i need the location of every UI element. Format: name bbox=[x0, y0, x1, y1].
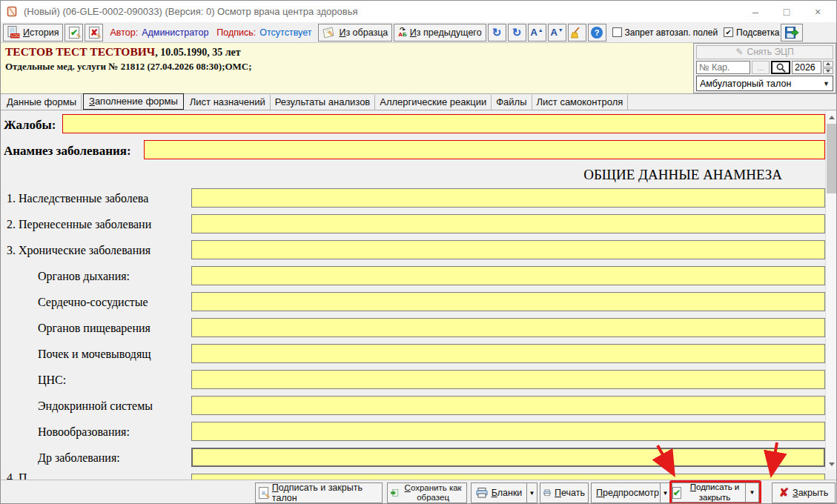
sign-and-close-label: Подписать и закрыть bbox=[684, 483, 745, 502]
blanks-dropdown-button[interactable]: ▼ bbox=[526, 483, 537, 503]
field-label-chronic: 3. Хронические заболевания bbox=[7, 244, 191, 257]
field-label-endocrine: Эндокринной системы bbox=[38, 399, 191, 413]
sign-and-close-button[interactable]: ✔ Подписать и закрыть bbox=[672, 483, 746, 503]
field-anamnesis[interactable] bbox=[144, 140, 825, 159]
field-label-cardiovascular: Сердечно-сосудистые bbox=[38, 296, 191, 309]
field-label-item4: 4. П bbox=[7, 471, 191, 480]
card-search-button[interactable] bbox=[771, 61, 790, 75]
year-spin-down[interactable] bbox=[823, 68, 833, 75]
highlight-option: ✔ Подсветка bbox=[724, 27, 779, 38]
tab-form-fill[interactable]: Заполнение формы bbox=[83, 93, 184, 110]
field-label-past-diseases: 2. Перенесенные заболевани bbox=[7, 218, 191, 231]
field-endocrine[interactable] bbox=[191, 396, 825, 415]
patient-service: Отдельные мед. услуги № 21812 (27.04.202… bbox=[5, 61, 252, 73]
field-item4[interactable] bbox=[191, 474, 825, 480]
font-increase-button[interactable]: A▲ bbox=[528, 24, 546, 42]
talon-type-select[interactable]: Амбулаторный талон ▼ bbox=[696, 76, 833, 91]
tab-bar: Данные формы Заполнение формы Лист назна… bbox=[1, 94, 836, 110]
notepad-pencil-icon: ✎ bbox=[322, 27, 336, 39]
save-as-template-button[interactable]: Сохранить как образец bbox=[387, 483, 467, 503]
remove-ecp-label: Снять ЭЦП bbox=[747, 47, 794, 57]
history-log-icon: LOG bbox=[7, 26, 20, 39]
printer-icon bbox=[543, 488, 551, 498]
save-button[interactable] bbox=[781, 24, 803, 42]
maximize-button[interactable]: □ bbox=[771, 1, 802, 22]
field-neoplasms[interactable] bbox=[191, 422, 825, 441]
svg-text:✎: ✎ bbox=[328, 30, 334, 38]
close-x-icon: ✘ bbox=[779, 487, 789, 499]
close-button[interactable]: × bbox=[802, 1, 833, 22]
preview-button[interactable]: Предпросмотр bbox=[591, 483, 661, 503]
save-template-icon bbox=[391, 487, 399, 499]
tab-prescriptions[interactable]: Лист назначений bbox=[185, 95, 271, 110]
minimize-button[interactable]: – bbox=[740, 1, 771, 22]
no-autofill-option: Запрет автозап. полей bbox=[612, 27, 718, 38]
history-label: История bbox=[23, 27, 59, 38]
remove-ecp-button[interactable]: ✎ Снять ЭЦП bbox=[696, 45, 833, 59]
field-past-diseases[interactable] bbox=[191, 214, 825, 233]
preview-label: Предпросмотр bbox=[596, 488, 659, 498]
field-respiratory[interactable] bbox=[191, 266, 825, 285]
highlight-label: Подсветка bbox=[736, 27, 779, 38]
field-label-other-diseases: Др заболевания: bbox=[38, 451, 191, 465]
year-input[interactable] bbox=[792, 61, 821, 75]
signature-label: Подпись: bbox=[216, 27, 256, 38]
tab-files[interactable]: Файлы bbox=[492, 95, 532, 110]
field-label-anamnesis: Анамнез заболевания: bbox=[4, 144, 131, 159]
sign-document-button[interactable]: ✔✎ bbox=[64, 24, 83, 42]
scroll-down-icon[interactable] bbox=[826, 458, 837, 470]
save-floppy-icon bbox=[785, 27, 799, 39]
field-cns[interactable] bbox=[191, 370, 825, 389]
no-autofill-checkbox[interactable] bbox=[612, 27, 622, 37]
year-spinner bbox=[823, 61, 833, 75]
save-as-template-label: Сохранить как образец bbox=[403, 483, 463, 503]
field-cardiovascular[interactable] bbox=[191, 292, 825, 311]
vertical-scrollbar[interactable] bbox=[825, 111, 837, 470]
field-hereditary[interactable] bbox=[191, 188, 825, 208]
author-value: Администратор bbox=[142, 27, 208, 38]
year-spin-up[interactable] bbox=[823, 61, 833, 67]
field-label-respiratory: Органов дыхания: bbox=[38, 270, 191, 283]
field-complaints[interactable] bbox=[62, 114, 825, 133]
clear-button[interactable] bbox=[568, 24, 586, 42]
unsign-document-button[interactable]: ✘✎ bbox=[85, 24, 103, 42]
search-icon bbox=[776, 63, 786, 73]
patient-info: ТЕСТОВ ТЕСТ ТЕСТОВИЧ, 10.05.1990, 35 лет… bbox=[5, 45, 252, 73]
tab-analysis-results[interactable]: Результаты анализов bbox=[271, 95, 376, 110]
sign-close-talon-button[interactable]: ≡✎ Подписать и закрыть талон bbox=[255, 483, 383, 503]
font-decrease-button[interactable]: A▼ bbox=[548, 24, 566, 42]
help-icon: ? bbox=[591, 27, 603, 39]
printer-icon bbox=[476, 488, 488, 498]
sign-and-close-dropdown-button[interactable]: ▼ bbox=[746, 483, 759, 503]
svg-text:LOG: LOG bbox=[11, 33, 19, 38]
tab-allergic-reactions[interactable]: Аллергические реакции bbox=[375, 95, 492, 110]
from-sample-button[interactable]: ✎ Из образца bbox=[318, 24, 392, 42]
tab-self-control[interactable]: Лист самоконтроля bbox=[532, 95, 629, 110]
broom-icon bbox=[571, 27, 583, 39]
help-button[interactable]: ? bbox=[588, 24, 606, 42]
blanks-button[interactable]: Бланки bbox=[471, 483, 527, 503]
ab-previous-icon: ↷ АБ bbox=[398, 27, 407, 38]
refresh-locked-button[interactable]: ↻ bbox=[508, 24, 526, 42]
chevron-down-icon: ▼ bbox=[823, 80, 830, 87]
scrollbar-thumb[interactable] bbox=[827, 124, 837, 193]
card-browse-button[interactable]: ... bbox=[752, 61, 770, 75]
history-button[interactable]: LOG История bbox=[3, 24, 63, 42]
window-title: (Новый) (06-GLE-0002-090033) (Версия: 0)… bbox=[24, 6, 357, 17]
tab-form-data[interactable]: Данные формы bbox=[2, 95, 82, 110]
doc-check-icon: ✔ bbox=[672, 487, 681, 499]
highlight-checkbox[interactable]: ✔ bbox=[724, 27, 733, 37]
card-number-input[interactable] bbox=[696, 61, 750, 75]
scroll-up-icon[interactable] bbox=[826, 111, 837, 123]
from-previous-button[interactable]: ↷ АБ Из предыдущего bbox=[394, 24, 486, 42]
close-form-button[interactable]: ✘ Закрыть bbox=[772, 483, 836, 503]
refresh-button[interactable]: ↻ bbox=[488, 24, 506, 42]
field-chronic[interactable] bbox=[191, 240, 825, 259]
field-kidneys[interactable] bbox=[191, 344, 825, 363]
talon-type-value: Амбулаторный талон bbox=[700, 79, 791, 89]
print-button[interactable]: Печать bbox=[540, 483, 589, 503]
patient-meta: , 10.05.1990, 35 лет bbox=[155, 47, 240, 58]
field-digestive[interactable] bbox=[191, 318, 825, 337]
refresh-icon: ↻ bbox=[492, 27, 502, 38]
field-other-diseases[interactable] bbox=[191, 448, 825, 467]
